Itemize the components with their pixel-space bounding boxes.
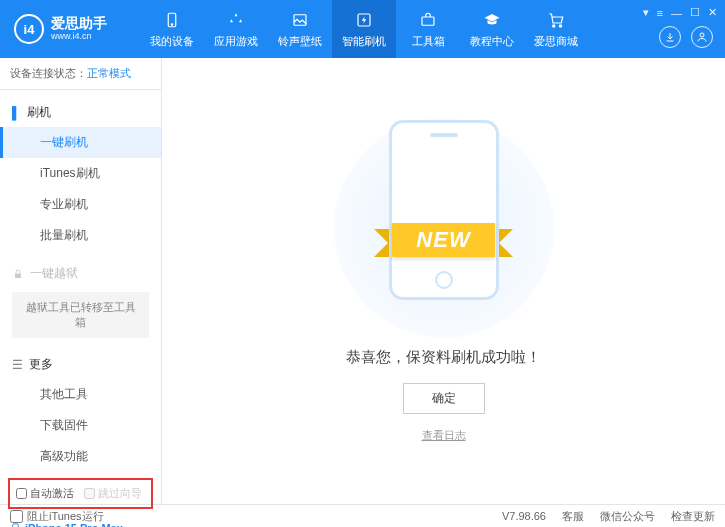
- version-label: V7.98.66: [502, 510, 546, 522]
- new-ribbon: NEW: [392, 223, 494, 257]
- sidebar-section-flash[interactable]: ▌ 刷机: [0, 98, 161, 127]
- section-label: 刷机: [27, 104, 51, 121]
- window-controls: ▾ ≡ — ☐ ✕: [643, 6, 717, 19]
- nav-ringtone-wallpaper[interactable]: 铃声壁纸: [268, 0, 332, 58]
- nav-label: 我的设备: [150, 34, 194, 49]
- section-label: 更多: [29, 356, 53, 373]
- auto-activate-checkbox[interactable]: 自动激活: [16, 486, 74, 501]
- status-mode: 正常模式: [87, 67, 131, 79]
- sidebar-item-other-tools[interactable]: 其他工具: [0, 379, 161, 410]
- top-nav: 我的设备 应用游戏 铃声壁纸 智能刷机 工具箱 教程中心 爱思商城: [140, 0, 588, 58]
- logo-area: i4 爱思助手 www.i4.cn: [0, 14, 140, 44]
- main-content: NEW 恭喜您，保资料刷机成功啦！ 确定 查看日志: [162, 58, 725, 504]
- nav-label: 铃声壁纸: [278, 34, 322, 49]
- app-header: i4 爱思助手 www.i4.cn 我的设备 应用游戏 铃声壁纸 智能刷机 工具…: [0, 0, 725, 58]
- jailbreak-moved-notice: 越狱工具已转移至工具箱: [12, 292, 149, 338]
- svg-rect-4: [422, 17, 434, 25]
- close-icon[interactable]: ✕: [708, 6, 717, 19]
- view-log-link[interactable]: 查看日志: [422, 428, 466, 443]
- checkbox-label-text: 自动激活: [30, 486, 74, 501]
- user-button[interactable]: [691, 26, 713, 48]
- cart-icon: [546, 10, 566, 30]
- nav-apps-games[interactable]: 应用游戏: [204, 0, 268, 58]
- lock-icon: [12, 268, 24, 280]
- download-button[interactable]: [659, 26, 681, 48]
- more-section-icon: ☰: [12, 358, 23, 372]
- image-icon: [290, 10, 310, 30]
- svg-point-1: [171, 23, 173, 25]
- svg-point-7: [700, 33, 704, 37]
- wechat-link[interactable]: 微信公众号: [600, 509, 655, 524]
- ok-button[interactable]: 确定: [403, 383, 485, 414]
- device-status: 设备连接状态：正常模式: [0, 58, 161, 90]
- section-label: 一键越狱: [30, 265, 78, 282]
- minimize-icon[interactable]: —: [671, 7, 682, 19]
- nav-store[interactable]: 爱思商城: [524, 0, 588, 58]
- status-label: 设备连接状态：: [10, 67, 87, 79]
- sidebar-item-batch-flash[interactable]: 批量刷机: [0, 220, 161, 251]
- nav-toolbox[interactable]: 工具箱: [396, 0, 460, 58]
- maximize-icon[interactable]: ☐: [690, 6, 700, 19]
- svg-point-6: [559, 24, 561, 26]
- options-highlight-box: 自动激活 跳过向导: [8, 478, 153, 509]
- sidebar-item-itunes-flash[interactable]: iTunes刷机: [0, 158, 161, 189]
- app-title: 爱思助手: [51, 16, 107, 31]
- nav-smart-flash[interactable]: 智能刷机: [332, 0, 396, 58]
- graduation-icon: [482, 10, 502, 30]
- checkbox-label-text: 阻止iTunes运行: [27, 509, 104, 524]
- nav-label: 智能刷机: [342, 34, 386, 49]
- sidebar-item-download-firmware[interactable]: 下载固件: [0, 410, 161, 441]
- check-update-link[interactable]: 检查更新: [671, 509, 715, 524]
- phone-illustration: [389, 120, 499, 300]
- sidebar: 设备连接状态：正常模式 ▌ 刷机 一键刷机 iTunes刷机 专业刷机 批量刷机…: [0, 58, 162, 504]
- support-link[interactable]: 客服: [562, 509, 584, 524]
- nav-label: 教程中心: [470, 34, 514, 49]
- flash-icon: [354, 10, 374, 30]
- svg-point-5: [553, 24, 555, 26]
- logo-icon: i4: [14, 14, 44, 44]
- toolbox-icon: [418, 10, 438, 30]
- checkbox-label-text: 跳过向导: [98, 486, 142, 501]
- sidebar-item-oneclick-flash[interactable]: 一键刷机: [0, 127, 161, 158]
- nav-my-device[interactable]: 我的设备: [140, 0, 204, 58]
- settings-icon[interactable]: ≡: [657, 7, 663, 19]
- flash-section-icon: ▌: [12, 106, 21, 120]
- sidebar-item-pro-flash[interactable]: 专业刷机: [0, 189, 161, 220]
- app-url: www.i4.cn: [51, 31, 107, 42]
- nav-tutorials[interactable]: 教程中心: [460, 0, 524, 58]
- success-message: 恭喜您，保资料刷机成功啦！: [346, 348, 541, 367]
- sidebar-item-advanced[interactable]: 高级功能: [0, 441, 161, 472]
- phone-icon: [162, 10, 182, 30]
- svg-rect-8: [15, 273, 21, 278]
- nav-label: 工具箱: [412, 34, 445, 49]
- menu-icon[interactable]: ▾: [643, 6, 649, 19]
- apps-icon: [226, 10, 246, 30]
- skip-guide-checkbox[interactable]: 跳过向导: [84, 486, 142, 501]
- block-itunes-checkbox[interactable]: 阻止iTunes运行: [10, 509, 104, 524]
- sidebar-section-jailbreak: 一键越狱: [0, 259, 161, 288]
- nav-label: 爱思商城: [534, 34, 578, 49]
- nav-label: 应用游戏: [214, 34, 258, 49]
- sidebar-section-more[interactable]: ☰ 更多: [0, 350, 161, 379]
